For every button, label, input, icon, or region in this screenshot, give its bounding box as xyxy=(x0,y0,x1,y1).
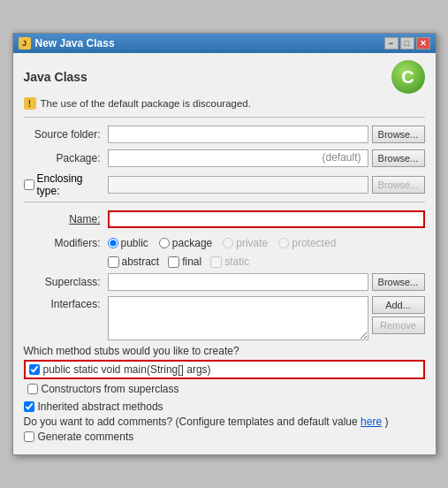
modifier-public-item[interactable]: public xyxy=(108,237,148,249)
modifier-protected-label: protected xyxy=(292,237,336,249)
methods-label: Which method stubs would you like to cre… xyxy=(24,345,425,357)
generate-comments-checkbox[interactable] xyxy=(24,431,34,442)
modifier-abstract-label: abstract xyxy=(122,255,160,268)
interfaces-label: Interfaces: xyxy=(24,296,108,310)
modifier-static-item[interactable]: static xyxy=(210,255,249,268)
modifier-abstract-item[interactable]: abstract xyxy=(108,255,160,268)
divider2 xyxy=(24,202,425,202)
source-folder-label: Source folder: xyxy=(24,128,108,141)
warning-text: The use of the default package is discou… xyxy=(41,98,251,109)
modifier-checkboxes: abstract final static xyxy=(108,255,425,268)
constructors-method-text: Constructors from superclass xyxy=(42,383,179,395)
modifier-package-radio[interactable] xyxy=(159,238,170,248)
section-header: Java Class C xyxy=(24,60,425,94)
maximize-button[interactable]: □ xyxy=(400,37,414,50)
modifier-static-label: static xyxy=(224,255,249,268)
superclass-controls: java.lang.Object Browse... xyxy=(108,273,425,291)
add-interface-button[interactable]: Add... xyxy=(372,296,425,314)
modifier-abstract-checkbox[interactable] xyxy=(108,256,119,268)
inherited-checkbox[interactable] xyxy=(24,401,34,412)
main-method-item: public static void main(String[] args) xyxy=(24,360,425,379)
package-label: Package: xyxy=(24,152,108,164)
constructors-method-item: Constructors from superclass xyxy=(24,381,425,397)
window-title: New Java Class xyxy=(35,37,115,50)
modifier-final-label: final xyxy=(182,255,201,268)
source-folder-controls: HelloWorld/src Browse... xyxy=(108,126,425,143)
modifier-package-item[interactable]: package xyxy=(159,237,212,249)
titlebar-left: J New Java Class xyxy=(19,37,115,50)
enclosing-type-label: Enclosing type: xyxy=(37,172,101,197)
modifiers-label: Modifiers: xyxy=(24,237,108,249)
package-browse-button[interactable]: Browse... xyxy=(372,149,425,167)
enclosing-type-browse-button[interactable]: Browse... xyxy=(372,176,425,194)
enclosing-type-input[interactable] xyxy=(108,176,368,194)
name-label: Name: xyxy=(24,213,108,225)
modifier-public-radio[interactable] xyxy=(108,238,118,248)
name-input[interactable]: HelloWrold xyxy=(108,210,425,228)
remove-interface-button[interactable]: Remove xyxy=(372,316,425,334)
comments-close: ) xyxy=(384,416,388,428)
name-controls: HelloWrold xyxy=(108,210,425,228)
interfaces-buttons: Add... Remove xyxy=(372,296,425,334)
inherited-label: Inherited abstract methods xyxy=(38,400,163,413)
divider xyxy=(24,117,425,118)
modifier-static-checkbox[interactable] xyxy=(210,256,222,268)
modifier-package-label: package xyxy=(172,237,212,249)
methods-section: Which method stubs would you like to cre… xyxy=(24,345,425,397)
modifier-private-item[interactable]: private xyxy=(223,237,268,249)
comments-config-row: Do you want to add comments? (Configure … xyxy=(24,416,425,428)
modifier-protected-radio[interactable] xyxy=(278,238,289,248)
modifier-private-label: private xyxy=(236,237,268,249)
titlebar-controls: − □ ✕ xyxy=(384,37,430,50)
modifiers-radio-group: public package private protected xyxy=(108,237,337,249)
modifier-final-item[interactable]: final xyxy=(168,255,201,268)
modifier-final-checkbox[interactable] xyxy=(168,256,179,268)
warning-row: ! The use of the default package is disc… xyxy=(24,97,425,110)
warning-icon: ! xyxy=(24,97,36,110)
modifier-protected-item[interactable]: protected xyxy=(278,237,336,249)
window-icon: J xyxy=(19,37,31,50)
enclosing-type-row: Enclosing type: Browse... xyxy=(24,172,425,197)
comments-text: Do you want to add comments? (Configure … xyxy=(24,416,358,428)
package-default-text: (default) xyxy=(322,151,361,164)
modifiers-row: Modifiers: public package private protec… xyxy=(24,233,425,253)
interfaces-input[interactable] xyxy=(108,296,368,340)
titlebar: J New Java Class − □ ✕ xyxy=(13,34,436,53)
dialog-content: Java Class C ! The use of the default pa… xyxy=(13,53,436,454)
modifier-public-label: public xyxy=(121,237,148,249)
interfaces-area: Interfaces: Add... Remove xyxy=(24,296,425,340)
main-method-text: public static void main(String[] args) xyxy=(43,363,211,376)
superclass-input[interactable]: java.lang.Object xyxy=(108,273,368,291)
superclass-label: Superclass: xyxy=(24,276,108,288)
superclass-browse-button[interactable]: Browse... xyxy=(372,273,425,291)
bottom-section: Inherited abstract methods Do you want t… xyxy=(24,400,425,443)
enclosing-type-checkbox[interactable] xyxy=(24,179,34,190)
enclosing-type-controls: Browse... xyxy=(108,176,425,194)
package-row: Package: (default) Browse... xyxy=(24,149,425,168)
source-folder-browse-button[interactable]: Browse... xyxy=(372,126,425,143)
generate-comments-row: Generate comments xyxy=(24,431,425,443)
here-link[interactable]: here xyxy=(361,416,382,428)
package-controls: (default) Browse... xyxy=(108,149,425,167)
superclass-row: Superclass: java.lang.Object Browse... xyxy=(24,272,425,292)
section-title: Java Class xyxy=(24,70,87,84)
close-button[interactable]: ✕ xyxy=(416,37,430,50)
new-java-class-dialog: J New Java Class − □ ✕ Java Class C ! Th… xyxy=(12,33,437,455)
source-folder-row: Source folder: HelloWorld/src Browse... xyxy=(24,125,425,144)
generate-comments-label: Generate comments xyxy=(38,431,134,443)
inherited-row: Inherited abstract methods xyxy=(24,400,425,413)
logo-icon: C xyxy=(391,60,425,94)
minimize-button[interactable]: − xyxy=(384,37,399,50)
modifier-private-radio[interactable] xyxy=(223,238,233,248)
source-folder-input[interactable]: HelloWorld/src xyxy=(108,126,368,143)
name-row: Name: HelloWrold xyxy=(24,210,425,229)
constructors-method-checkbox[interactable] xyxy=(27,384,38,394)
main-method-checkbox[interactable] xyxy=(29,364,40,375)
